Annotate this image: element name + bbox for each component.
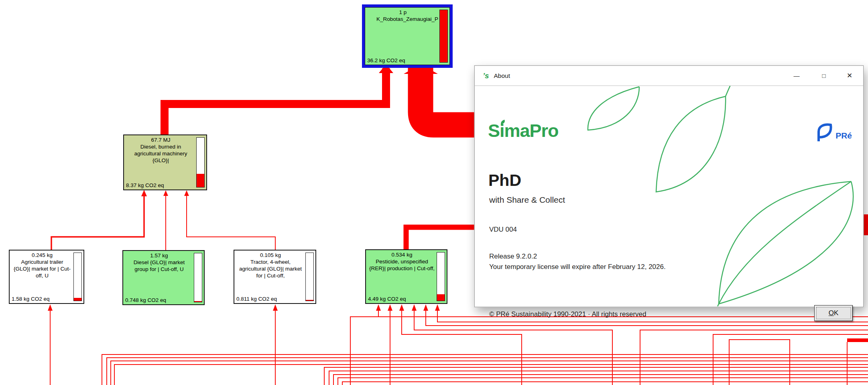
- node-name: Diesel, burned in agricultural machinery…: [124, 143, 206, 164]
- pre-logo: PRé: [815, 123, 852, 142]
- process-node-diesel-market[interactable]: 1.57 kg Diesel {GLO}| market group for |…: [122, 250, 205, 305]
- process-node-diesel-burned[interactable]: 67.7 MJ Diesel, burned in agricultural m…: [123, 134, 207, 190]
- license-expiry-note: Your temporary license will expire after…: [489, 263, 666, 271]
- node-amount: 0.534 kg: [366, 250, 447, 258]
- node-amount: 1 p: [365, 8, 449, 16]
- impact-thermometer: [305, 253, 314, 301]
- node-impact-value: 36.2 kg CO2 eq: [367, 57, 405, 64]
- node-selected-frame: 1 p K_Robotas_Zemaugiai_P 36.2 kg CO2 eq: [362, 4, 453, 68]
- minimize-button[interactable]: —: [785, 66, 809, 86]
- pre-logo-text: PRé: [835, 131, 852, 141]
- impact-thermometer: [194, 253, 202, 302]
- maximize-button[interactable]: □: [812, 66, 836, 86]
- node-name: K_Robotas_Zemaugiai_P: [376, 16, 439, 22]
- node-impact-value: 4.49 kg CO2 eq: [368, 295, 406, 302]
- edition-subtitle: with Share & Collect: [489, 195, 565, 205]
- simapro-leaf-icon: [500, 120, 507, 125]
- process-node-k-robotas[interactable]: 1 p K_Robotas_Zemaugiai_P 36.2 kg CO2 eq: [365, 7, 450, 65]
- license-user: VDU 004: [489, 226, 517, 234]
- process-node-tractor[interactable]: 0.105 kg Tractor, 4-wheel, agricultural …: [234, 250, 316, 304]
- node-name: Pesticide, unspecified {RER}| production…: [366, 258, 447, 272]
- process-node-agricultural-trailer[interactable]: 0.245 kg Agricultural trailer {GLO}| mar…: [9, 250, 84, 304]
- node-name: Tractor, 4-wheel, agricultural {GLO}| ma…: [234, 259, 315, 279]
- impact-thermometer: [437, 252, 445, 301]
- node-amount: 1.57 kg: [123, 251, 204, 259]
- impact-thermometer: [196, 137, 205, 187]
- node-impact-value: 1.58 kg CO2 eq: [12, 295, 50, 302]
- release-version: Release 9.2.0.2: [489, 253, 537, 261]
- node-amount: 0.245 kg: [10, 251, 83, 259]
- ok-button[interactable]: OK: [814, 305, 853, 321]
- node-impact-value: 0.811 kg CO2 eq: [236, 295, 277, 302]
- node-amount: 0.105 kg: [234, 251, 315, 259]
- impact-thermometer: [439, 10, 448, 63]
- simapro-app: { "diagram": { "nodes": [ {"amount": "1 …: [0, 0, 868, 385]
- simapro-app-icon: ’s: [483, 72, 489, 79]
- dialog-titlebar[interactable]: ’s About — □ ✕: [475, 66, 863, 86]
- copyright-line: © PRé Sustainability 1990-2021 · All rig…: [489, 310, 646, 318]
- process-node-pesticide[interactable]: 0.534 kg Pesticide, unspecified {RER}| p…: [365, 249, 447, 304]
- node-amount: 67.7 MJ: [124, 135, 206, 143]
- focus-rectangle: [816, 307, 851, 319]
- close-button[interactable]: ✕: [838, 66, 862, 86]
- edition-name: PhD: [488, 171, 521, 190]
- dialog-content: SimaPro PRé PhD with Share & Collect VDU…: [475, 86, 863, 306]
- node-name: Agricultural trailer {GLO}| market for |…: [10, 259, 83, 279]
- dialog-title: About: [494, 72, 510, 79]
- node-impact-value: 8.37 kg CO2 eq: [126, 182, 164, 189]
- node-impact-value: 0.748 kg CO2 eq: [125, 297, 166, 304]
- pre-leaf-icon: [815, 123, 833, 142]
- impact-thermometer: [73, 253, 82, 301]
- simapro-logo: SimaPro: [488, 120, 559, 141]
- about-dialog: ’s About — □ ✕ SimaPro: [474, 65, 864, 307]
- node-name: Diesel {GLO}| market group for | Cut-off…: [123, 259, 204, 273]
